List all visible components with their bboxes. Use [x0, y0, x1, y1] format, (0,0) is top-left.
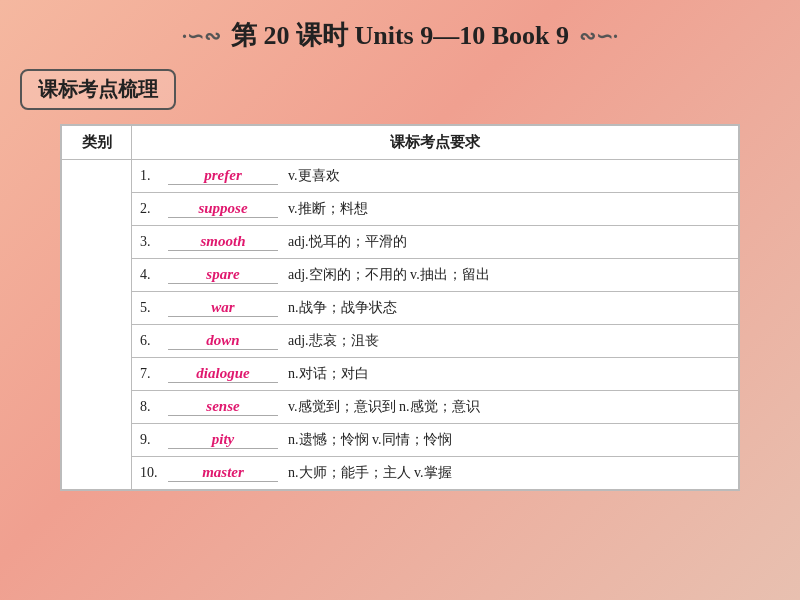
word-chinese: n.遗憾；怜悯 v.同情；怜悯 — [288, 431, 452, 449]
word-number: 8. — [140, 399, 168, 415]
word-entry-cell: 6.downadj.悲哀；沮丧 — [132, 325, 739, 358]
word-english: smooth — [168, 233, 278, 251]
word-entry-cell: 5.warn.战争；战争状态 — [132, 292, 739, 325]
header-title: 第 20 课时 Units 9—10 Book 9 — [231, 18, 569, 53]
word-entry-cell: 3.smoothadj.悦耳的；平滑的 — [132, 226, 739, 259]
word-chinese: v.感觉到；意识到 n.感觉；意识 — [288, 398, 480, 416]
list-item: 3.smoothadj.悦耳的；平滑的 — [132, 226, 738, 258]
category-cell — [62, 160, 132, 490]
list-item: 9.pityn.遗憾；怜悯 v.同情；怜悯 — [132, 424, 738, 456]
word-english: dialogue — [168, 365, 278, 383]
table-row: 6.downadj.悲哀；沮丧 — [62, 325, 739, 358]
word-english: down — [168, 332, 278, 350]
col-content-header: 课标考点要求 — [132, 126, 739, 160]
word-number: 1. — [140, 168, 168, 184]
word-chinese: n.战争；战争状态 — [288, 299, 397, 317]
word-chinese: n.大师；能手；主人 v.掌握 — [288, 464, 452, 482]
col-category-header: 类别 — [62, 126, 132, 160]
deco-right: ∾∽· — [579, 24, 618, 48]
list-item: 5.warn.战争；战争状态 — [132, 292, 738, 324]
word-number: 10. — [140, 465, 168, 481]
table-row: 10.mastern.大师；能手；主人 v.掌握 — [62, 457, 739, 490]
table-row: 2.supposev.推断；料想 — [62, 193, 739, 226]
list-item: 4.spareadj.空闲的；不用的 v.抽出；留出 — [132, 259, 738, 291]
page-header: ·∽∾ 第 20 课时 Units 9—10 Book 9 ∾∽· — [0, 0, 800, 63]
word-english: prefer — [168, 167, 278, 185]
word-english: sense — [168, 398, 278, 416]
word-entry-cell: 9.pityn.遗憾；怜悯 v.同情；怜悯 — [132, 424, 739, 457]
vocab-table: 类别 课标考点要求 1.preferv.更喜欢 2.supposev.推断；料想… — [61, 125, 739, 490]
word-chinese: v.推断；料想 — [288, 200, 368, 218]
word-chinese: adj.悲哀；沮丧 — [288, 332, 379, 350]
word-entry-cell: 8.sensev.感觉到；意识到 n.感觉；意识 — [132, 391, 739, 424]
vocab-table-container: 类别 课标考点要求 1.preferv.更喜欢 2.supposev.推断；料想… — [60, 124, 740, 491]
table-row: 3.smoothadj.悦耳的；平滑的 — [62, 226, 739, 259]
word-chinese: adj.空闲的；不用的 v.抽出；留出 — [288, 266, 490, 284]
word-english: pity — [168, 431, 278, 449]
list-item: 2.supposev.推断；料想 — [132, 193, 738, 225]
word-chinese: v.更喜欢 — [288, 167, 340, 185]
word-entry-cell: 7.dialoguen.对话；对白 — [132, 358, 739, 391]
word-english: suppose — [168, 200, 278, 218]
word-number: 5. — [140, 300, 168, 316]
table-row: 4.spareadj.空闲的；不用的 v.抽出；留出 — [62, 259, 739, 292]
word-number: 2. — [140, 201, 168, 217]
table-row: 9.pityn.遗憾；怜悯 v.同情；怜悯 — [62, 424, 739, 457]
word-entry-cell: 10.mastern.大师；能手；主人 v.掌握 — [132, 457, 739, 490]
list-item: 7.dialoguen.对话；对白 — [132, 358, 738, 390]
word-english: spare — [168, 266, 278, 284]
table-row: 1.preferv.更喜欢 — [62, 160, 739, 193]
list-item: 10.mastern.大师；能手；主人 v.掌握 — [132, 457, 738, 489]
word-number: 4. — [140, 267, 168, 283]
section-label-text: 课标考点梳理 — [20, 69, 176, 110]
list-item: 1.preferv.更喜欢 — [132, 160, 738, 192]
word-entry-cell: 2.supposev.推断；料想 — [132, 193, 739, 226]
word-english: master — [168, 464, 278, 482]
list-item: 6.downadj.悲哀；沮丧 — [132, 325, 738, 357]
word-number: 3. — [140, 234, 168, 250]
word-chinese: adj.悦耳的；平滑的 — [288, 233, 407, 251]
table-row: 7.dialoguen.对话；对白 — [62, 358, 739, 391]
section-label-container: 课标考点梳理 — [20, 69, 176, 110]
word-number: 6. — [140, 333, 168, 349]
word-entry-cell: 4.spareadj.空闲的；不用的 v.抽出；留出 — [132, 259, 739, 292]
word-chinese: n.对话；对白 — [288, 365, 369, 383]
word-number: 9. — [140, 432, 168, 448]
word-entry-cell: 1.preferv.更喜欢 — [132, 160, 739, 193]
word-english: war — [168, 299, 278, 317]
deco-left: ·∽∾ — [182, 24, 221, 48]
table-row: 5.warn.战争；战争状态 — [62, 292, 739, 325]
word-number: 7. — [140, 366, 168, 382]
list-item: 8.sensev.感觉到；意识到 n.感觉；意识 — [132, 391, 738, 423]
table-row: 8.sensev.感觉到；意识到 n.感觉；意识 — [62, 391, 739, 424]
